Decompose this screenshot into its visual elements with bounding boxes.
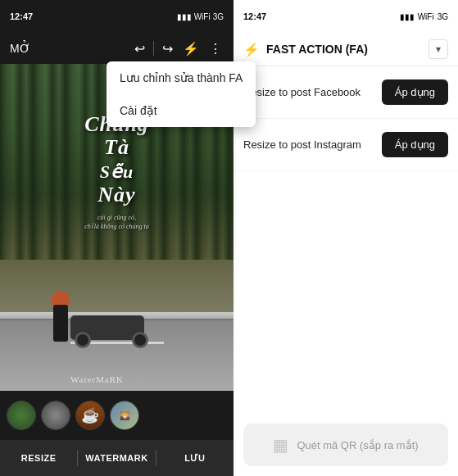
editor-toolbar: MỞ ↩ ↪ ⚡ ⋮ xyxy=(0,33,234,64)
dropdown-menu: Lưu chỉnh sửa thành FA Cài đặt xyxy=(107,61,256,127)
nav-watermark[interactable]: WATERMARK xyxy=(78,440,155,476)
left-status-icons: ▮▮▮ WiFi 3G xyxy=(177,12,224,21)
filter-cup[interactable]: ☕ xyxy=(75,401,105,430)
nav-resize[interactable]: RESIZE xyxy=(0,440,77,476)
facebook-apply-button[interactable]: Áp dụng xyxy=(382,79,448,105)
left-panel: 12:47 ▮▮▮ WiFi 3G MỞ ↩ ↪ ⚡ ⋮ ChúngTàSẽuN… xyxy=(0,0,234,476)
qr-label: Quét mã QR (sắp ra mắt) xyxy=(297,439,418,451)
fa-bolt-icon: ⚡ xyxy=(243,42,260,57)
photo-main-text: ChúngTàSẽuNày xyxy=(84,113,149,206)
left-status-bar: 12:47 ▮▮▮ WiFi 3G xyxy=(0,0,234,33)
action-row-instagram: Resize to post Instagram Áp dụng xyxy=(234,119,458,171)
instagram-action-label: Resize to post Instagram xyxy=(243,138,361,151)
content-spacer xyxy=(234,171,458,414)
photo-sub-text: cái gì cũng có,chỉ là không có chúng ta xyxy=(84,213,149,231)
qr-icon: ▦ xyxy=(273,435,288,455)
filter-strip: ☕ 🌄 xyxy=(0,391,234,440)
dropdown-item-settings[interactable]: Cài đặt xyxy=(107,94,256,127)
left-time: 12:47 xyxy=(10,11,33,21)
filter-gray[interactable] xyxy=(41,401,70,430)
motorcycle xyxy=(70,307,152,348)
fast-action-header: ⚡ FAST ACTION (FA) ▾ xyxy=(234,33,458,66)
photo-overlay-text: ChúngTàSẽuNày cái gì cũng có,chỉ là khôn… xyxy=(84,113,149,232)
fa-title-text: FAST ACTION (FA) xyxy=(266,43,422,56)
qr-section: ▦ Quét mã QR (sắp ra mắt) xyxy=(234,414,458,476)
undo-button[interactable]: ↩ xyxy=(133,39,147,58)
nav-save[interactable]: LƯU xyxy=(156,440,234,476)
bolt-icon[interactable]: ⚡ xyxy=(181,39,201,58)
right-status-icons: ▮▮▮ WiFi 3G xyxy=(400,12,448,21)
watermark-text: WaterMaRK xyxy=(70,374,124,384)
open-button[interactable]: MỞ xyxy=(10,42,30,55)
right-battery-icon: 3G xyxy=(438,12,448,21)
instagram-apply-button[interactable]: Áp dụng xyxy=(382,132,448,157)
signal-icon: ▮▮▮ xyxy=(177,12,192,21)
wifi-icon: WiFi xyxy=(194,12,211,21)
filter-forest[interactable] xyxy=(7,401,36,430)
biker-body xyxy=(53,305,68,342)
moto-wheel-rear xyxy=(132,332,148,348)
qr-scan-button[interactable]: ▦ Quét mã QR (sắp ra mắt) xyxy=(243,424,448,466)
right-status-bar: 12:47 ▮▮▮ WiFi 3G xyxy=(234,0,458,33)
fa-collapse-button[interactable]: ▾ xyxy=(429,39,448,59)
right-signal-icon: ▮▮▮ xyxy=(400,12,415,21)
moto-wheel-front xyxy=(75,332,91,348)
battery-icon: 3G xyxy=(213,12,224,21)
filter-scene[interactable]: 🌄 xyxy=(110,401,139,430)
more-options-button[interactable]: ⋮ xyxy=(207,39,224,58)
redo-button[interactable]: ↪ xyxy=(161,39,175,58)
dropdown-item-save-fa[interactable]: Lưu chỉnh sửa thành FA xyxy=(107,61,256,94)
toolbar-separator xyxy=(153,41,154,56)
right-panel: 12:47 ▮▮▮ WiFi 3G ⚡ FAST ACTION (FA) ▾ R… xyxy=(234,0,458,476)
right-time: 12:47 xyxy=(243,11,266,21)
facebook-action-label: Resize to post Facebook xyxy=(243,86,361,98)
right-wifi-icon: WiFi xyxy=(418,12,434,21)
bottom-navigation: RESIZE WATERMARK LƯU xyxy=(0,440,234,476)
action-row-facebook: Resize to post Facebook Áp dụng xyxy=(234,66,458,119)
